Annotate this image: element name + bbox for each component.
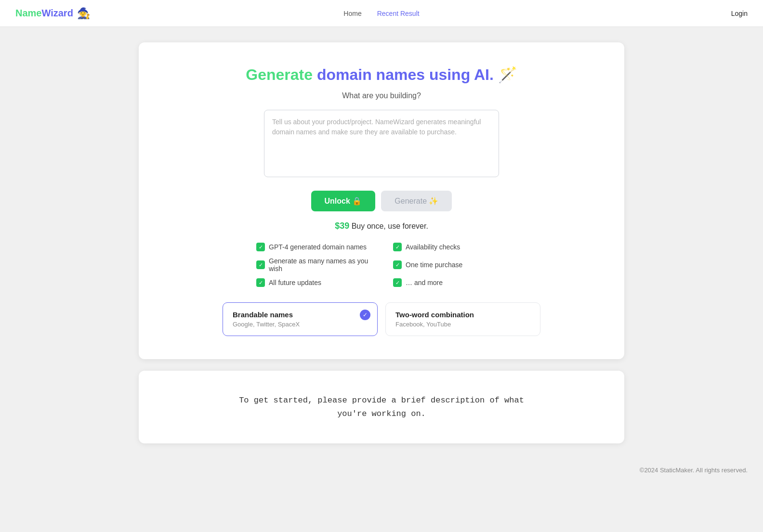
footer-text: ©2024 StaticMaker. All rights reserved. xyxy=(640,467,748,474)
name-type-two-word[interactable]: Two-word combination Facebook, YouTube xyxy=(385,302,540,336)
navbar: NameWizard 🧙 Home Recent Result Login xyxy=(0,0,763,27)
feature-more-label: … and more xyxy=(406,279,443,286)
logo: NameWizard 🧙 xyxy=(15,7,90,20)
main-card: Generate domain names using AI. 🪄 What a… xyxy=(139,42,624,359)
project-description-input[interactable] xyxy=(264,110,499,177)
bottom-card-text: To get started, please provide a brief d… xyxy=(158,394,605,420)
buttons-row: Unlock 🔒 Generate ✨ xyxy=(158,191,605,211)
login-button[interactable]: Login xyxy=(731,10,748,17)
headline-generate: Generate xyxy=(246,66,313,83)
feature-updates: ✓ All future updates xyxy=(256,276,370,289)
feature-gpt4: ✓ GPT-4 generated domain names xyxy=(256,241,370,253)
two-word-title: Two-word combination xyxy=(395,311,530,319)
feature-generate-many-label: Generate as many names as you wish xyxy=(269,257,370,272)
brandable-title: Brandable names xyxy=(233,311,368,319)
generate-button[interactable]: Generate ✨ xyxy=(381,191,452,211)
check-icon: ✓ xyxy=(393,260,402,269)
feature-one-time: ✓ One time purchase xyxy=(393,255,507,274)
check-icon: ✓ xyxy=(256,260,265,269)
feature-more: ✓ … and more xyxy=(393,276,507,289)
selected-check-icon: ✓ xyxy=(360,310,370,320)
name-type-brandable[interactable]: Brandable names Google, Twitter, SpaceX … xyxy=(223,302,378,336)
wizard-icon: 🧙 xyxy=(77,7,90,20)
unlock-button[interactable]: Unlock 🔒 xyxy=(311,191,376,211)
headline: Generate domain names using AI. 🪄 xyxy=(158,65,605,84)
magic-wand-icon: 🪄 xyxy=(498,66,517,83)
check-icon: ✓ xyxy=(256,243,265,251)
check-icon: ✓ xyxy=(256,278,265,287)
bottom-line1: To get started, please provide a brief d… xyxy=(239,396,524,405)
nav-recent-link[interactable]: Recent Result xyxy=(377,10,420,17)
feature-updates-label: All future updates xyxy=(269,279,321,286)
logo-name: Name xyxy=(15,8,41,18)
bottom-card: To get started, please provide a brief d… xyxy=(139,371,624,443)
check-icon: ✓ xyxy=(393,278,402,287)
logo-wizard: Wizard xyxy=(41,8,73,18)
name-types-row: Brandable names Google, Twitter, SpaceX … xyxy=(223,302,540,336)
headline-rest: domain names using AI. xyxy=(313,66,494,83)
feature-availability: ✓ Availability checks xyxy=(393,241,507,253)
textarea-wrapper xyxy=(264,110,499,179)
feature-availability-label: Availability checks xyxy=(406,243,460,251)
bottom-line2: you're working on. xyxy=(337,409,426,418)
price-text: Buy once, use forever. xyxy=(349,222,428,230)
price-row: $39 Buy once, use forever. xyxy=(158,221,605,231)
subtitle: What are you building? xyxy=(158,91,605,100)
navbar-right: Login xyxy=(731,10,748,17)
feature-generate-many: ✓ Generate as many names as you wish xyxy=(256,255,370,274)
feature-one-time-label: One time purchase xyxy=(406,261,462,269)
check-icon: ✓ xyxy=(393,243,402,251)
brandable-subtitle: Google, Twitter, SpaceX xyxy=(233,321,368,328)
page-body: Generate domain names using AI. 🪄 What a… xyxy=(0,27,763,455)
price-amount: $39 xyxy=(335,221,349,231)
features-grid: ✓ GPT-4 generated domain names ✓ Availab… xyxy=(256,241,507,289)
nav-links: Home Recent Result xyxy=(343,10,419,17)
two-word-subtitle: Facebook, YouTube xyxy=(395,321,530,328)
nav-home-link[interactable]: Home xyxy=(343,10,361,17)
feature-gpt4-label: GPT-4 generated domain names xyxy=(269,243,367,251)
footer: ©2024 StaticMaker. All rights reserved. xyxy=(0,455,763,485)
